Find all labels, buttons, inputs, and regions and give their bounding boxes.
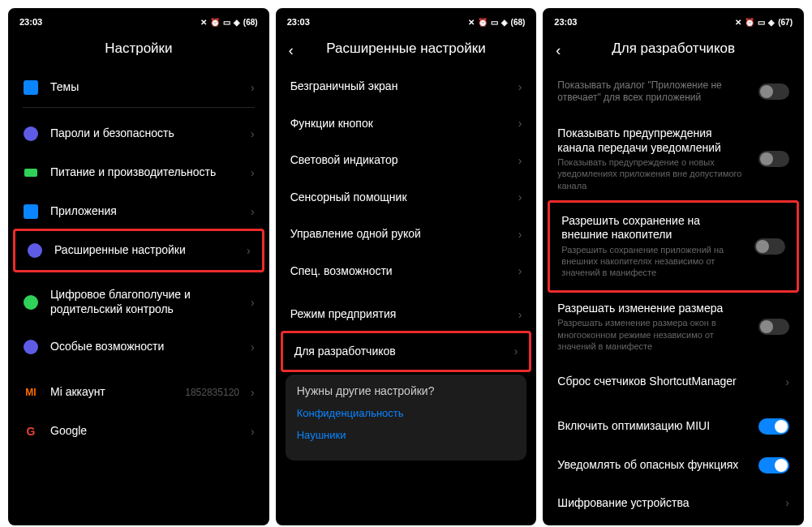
chevron-right-icon: › [518, 154, 522, 167]
row-miui-optimization[interactable]: Включить оптимизацию MIUI [546, 407, 801, 446]
more-icon [27, 242, 43, 259]
row-force-external[interactable]: Разрешить сохранение на внешние накопите… [550, 203, 797, 290]
row-led[interactable]: Световой индикатор› [279, 142, 534, 179]
toggle-miui-opt[interactable] [758, 418, 789, 435]
row-encryption[interactable]: Шифрование устройства › [546, 485, 801, 522]
status-bar: 23:03 ✕ ⏰ ▭ ◈ (68) [279, 11, 534, 32]
google-icon: G [23, 423, 39, 439]
row-advanced-settings[interactable]: Расширенные настройки › [15, 231, 262, 270]
clock: 23:03 [554, 17, 577, 27]
chevron-right-icon: › [518, 117, 522, 130]
chevron-right-icon: › [247, 244, 251, 257]
chevron-right-icon: › [251, 296, 255, 309]
toggle-channel-warn[interactable] [758, 151, 789, 167]
chevron-right-icon: › [518, 228, 522, 241]
alarm-icon: ⏰ [745, 18, 754, 27]
chevron-right-icon: › [785, 375, 789, 388]
footer-card: Нужны другие настройки? Конфиденциальнос… [286, 375, 527, 461]
status-bar: 23:03 ✕ ⏰ ▭ ◈ (68) [11, 11, 266, 32]
footer-link-headphones[interactable]: Наушники [297, 429, 516, 441]
clock: 23:03 [19, 17, 42, 27]
status-icons: ✕ ⏰ ▭ ◈ (67) [735, 18, 793, 27]
page-title: Для разработчиков [612, 41, 735, 57]
row-mi-account[interactable]: MI Mi аккаунт 1852835120 › [11, 373, 266, 412]
signal-icon: ▭ [491, 18, 498, 27]
toggle-notify-danger[interactable] [758, 457, 789, 473]
chevron-right-icon: › [251, 425, 255, 438]
access-icon [23, 339, 39, 355]
footer-link-privacy[interactable]: Конфиденциальность [297, 407, 516, 419]
wifi-icon: ◈ [234, 18, 240, 27]
toggle-force-resizable[interactable] [758, 319, 789, 335]
back-button[interactable]: ‹ [289, 42, 294, 59]
page-title: Расширенные настройки [326, 41, 485, 57]
clock: 23:03 [287, 17, 310, 27]
phone-screen-1: 23:03 ✕ ⏰ ▭ ◈ (68) Настройки Темы › Паро… [8, 8, 269, 525]
row-anr-dialog[interactable]: Показывать диалог "Приложение не отвечае… [546, 68, 801, 115]
signal-icon: ▭ [758, 18, 765, 27]
row-buttons[interactable]: Функции кнопок› [279, 105, 534, 143]
chevron-right-icon: › [251, 81, 255, 94]
dnd-icon: ✕ [468, 18, 475, 27]
battery-icon [23, 165, 39, 181]
alarm-icon: ⏰ [478, 18, 488, 27]
chevron-right-icon: › [518, 264, 522, 277]
row-google[interactable]: G Google › [11, 412, 266, 451]
apps-icon [23, 204, 39, 220]
row-notify-danger[interactable]: Уведомлять об опасных функциях [546, 446, 801, 485]
row-onehand[interactable]: Управление одной рукой› [279, 216, 534, 253]
phone-screen-2: 23:03 ✕ ⏰ ▭ ◈ (68) ‹ Расширенные настрой… [276, 8, 537, 525]
phone-screen-3: 23:03 ✕ ⏰ ▭ ◈ (67) ‹ Для разработчиков П… [543, 8, 804, 525]
signal-icon: ▭ [223, 18, 230, 27]
chevron-right-icon: › [251, 205, 255, 218]
row-passwords[interactable]: Пароли и безопасность › [11, 114, 266, 153]
row-accessibility[interactable]: Особые возможности › [11, 328, 266, 366]
toggle-anr[interactable] [758, 84, 789, 100]
row-fullscreen[interactable]: Безграничный экран› [279, 68, 534, 105]
back-button[interactable]: ‹ [556, 42, 561, 59]
header: Настройки [11, 32, 266, 68]
row-accessibility[interactable]: Спец. возможности› [279, 253, 534, 290]
battery-icon: (68) [511, 18, 526, 27]
row-developer-options[interactable]: Для разработчиков› [283, 333, 530, 371]
chevron-right-icon: › [518, 308, 522, 321]
row-themes[interactable]: Темы › [11, 68, 266, 107]
toggle-force-external[interactable] [754, 238, 785, 255]
chevron-right-icon: › [251, 166, 255, 179]
battery-icon: (67) [778, 18, 793, 27]
row-channel-warn[interactable]: Показывать предупреждения канала передач… [546, 115, 801, 203]
chevron-right-icon: › [251, 127, 255, 140]
chevron-right-icon: › [514, 345, 518, 358]
chevron-right-icon: › [251, 341, 255, 353]
row-apps[interactable]: Приложения › [11, 192, 266, 231]
footer-title: Нужны другие настройки? [297, 384, 516, 397]
row-force-resizable[interactable]: Разрешать изменение размера Разрешать из… [546, 290, 801, 363]
row-battery[interactable]: Питание и производительность › [11, 153, 266, 192]
header: ‹ Для разработчиков [546, 32, 801, 68]
status-bar: 23:03 ✕ ⏰ ▭ ◈ (67) [546, 11, 801, 32]
dnd-icon: ✕ [200, 18, 207, 27]
row-enterprise[interactable]: Режим предприятия› [279, 296, 534, 333]
wifi-icon: ◈ [501, 18, 508, 27]
family-icon [23, 294, 39, 311]
dnd-icon: ✕ [735, 18, 741, 27]
alarm-icon: ⏰ [210, 18, 220, 27]
row-digital-wellbeing[interactable]: Цифровое благополучие и родительский кон… [11, 276, 266, 328]
mi-icon: MI [23, 384, 39, 401]
row-quickball[interactable]: Сенсорный помощник› [279, 179, 534, 216]
battery-icon: (68) [243, 18, 258, 27]
lock-icon [23, 126, 39, 142]
wifi-icon: ◈ [768, 18, 775, 27]
chevron-right-icon: › [518, 80, 522, 93]
status-icons: ✕ ⏰ ▭ ◈ (68) [468, 18, 526, 27]
header: ‹ Расширенные настройки [279, 32, 534, 68]
status-icons: ✕ ⏰ ▭ ◈ (68) [200, 18, 258, 27]
row-reset-shortcut[interactable]: Сброс счетчиков ShortcutManager › [546, 363, 801, 401]
themes-icon [23, 79, 39, 96]
chevron-right-icon: › [251, 386, 255, 399]
page-title: Настройки [105, 41, 172, 57]
chevron-right-icon: › [518, 191, 522, 204]
chevron-right-icon: › [785, 496, 789, 509]
